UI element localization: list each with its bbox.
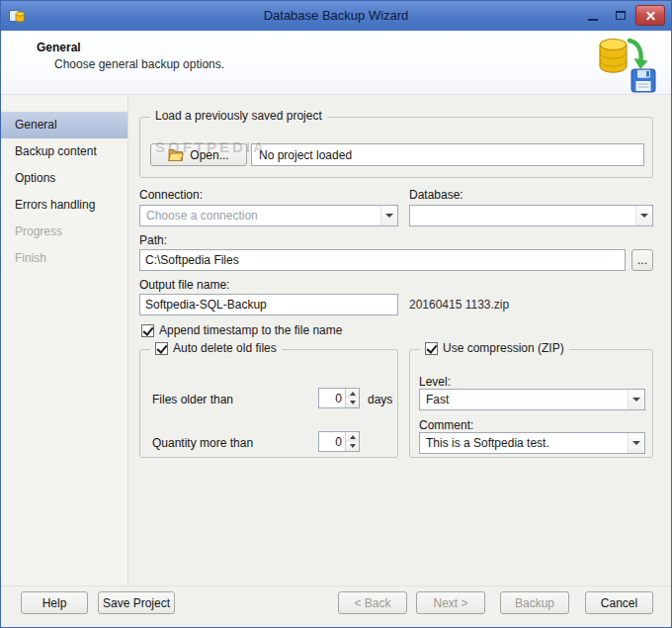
days-label: days xyxy=(368,393,392,406)
level-combobox[interactable]: Fast xyxy=(419,389,645,410)
next-button[interactable]: Next > xyxy=(416,591,485,614)
connection-value: Choose a connection xyxy=(140,206,380,225)
load-project-group: Load a previously saved project Open... … xyxy=(139,117,653,178)
level-dropdown-icon[interactable] xyxy=(628,390,644,409)
wizard-steps-sidebar: General Backup content Options Errors ha… xyxy=(1,95,128,585)
auto-delete-label: Auto delete old files xyxy=(173,341,277,355)
sidebar-item-progress: Progress xyxy=(1,219,127,245)
append-timestamp-checkbox[interactable]: Append timestamp to the file name xyxy=(141,323,342,337)
path-input[interactable] xyxy=(139,249,626,271)
load-project-group-title: Load a previously saved project xyxy=(150,109,327,123)
database-dropdown-icon[interactable] xyxy=(635,206,652,225)
comment-dropdown-icon[interactable] xyxy=(628,433,644,453)
footer-bar: Help Save Project < Back Next > Backup C… xyxy=(1,585,671,628)
files-older-spin-arrows xyxy=(345,389,359,407)
auto-delete-checkbox[interactable]: Auto delete old files xyxy=(150,341,282,355)
level-label: Level: xyxy=(419,375,451,389)
files-older-spin-down[interactable] xyxy=(346,399,359,408)
database-combobox[interactable] xyxy=(409,205,653,226)
back-button[interactable]: < Back xyxy=(338,591,407,614)
save-project-button[interactable]: Save Project xyxy=(98,591,175,614)
sidebar-item-backup-content[interactable]: Backup content xyxy=(1,138,127,165)
connection-label: Connection: xyxy=(139,188,203,202)
comment-combobox[interactable]: This is a Softpedia test. xyxy=(419,432,645,454)
quantity-more-label: Quantity more than xyxy=(152,436,253,450)
timestamp-preview: 20160415 1133.zip xyxy=(409,298,509,312)
database-value xyxy=(410,206,635,225)
window-title: Database Backup Wizard xyxy=(1,8,671,23)
files-older-spin-up[interactable] xyxy=(346,389,359,399)
comment-label: Comment: xyxy=(419,418,473,432)
quantity-more-spinner[interactable]: 0 xyxy=(318,431,360,452)
project-status-text: No project loaded xyxy=(259,148,352,162)
auto-delete-checkbox-box[interactable] xyxy=(155,342,168,355)
use-compression-checkbox-box[interactable] xyxy=(425,342,438,355)
path-label: Path: xyxy=(139,233,167,247)
append-timestamp-label: Append timestamp to the file name xyxy=(159,323,342,337)
output-filename-label: Output file name: xyxy=(139,278,229,292)
sidebar-item-options[interactable]: Options xyxy=(1,165,127,192)
titlebar: Database Backup Wizard xyxy=(1,1,671,31)
database-backup-icon xyxy=(594,34,657,93)
browse-path-button[interactable]: ... xyxy=(631,249,653,271)
close-button[interactable] xyxy=(635,5,665,26)
open-project-button[interactable]: Open... xyxy=(150,143,247,166)
use-compression-label: Use compression (ZIP) xyxy=(443,341,564,355)
files-older-value[interactable]: 0 xyxy=(319,389,345,407)
open-project-button-label: Open... xyxy=(190,148,228,162)
files-older-spinner[interactable]: 0 xyxy=(318,388,360,408)
page-subtitle: Choose general backup options. xyxy=(54,57,224,71)
browse-path-label: ... xyxy=(637,253,647,267)
connection-dropdown-icon[interactable] xyxy=(380,206,397,225)
minimize-icon xyxy=(588,19,598,21)
cancel-button[interactable]: Cancel xyxy=(585,591,653,614)
caption-buttons xyxy=(580,5,665,26)
sidebar-item-finish: Finish xyxy=(1,245,127,272)
maximize-button[interactable] xyxy=(608,5,632,26)
quantity-more-spin-down[interactable] xyxy=(346,442,359,452)
help-button[interactable]: Help xyxy=(21,591,88,614)
use-compression-checkbox[interactable]: Use compression (ZIP) xyxy=(420,341,569,355)
backup-button[interactable]: Backup xyxy=(500,591,569,614)
auto-delete-group: Auto delete old files Files older than 0… xyxy=(139,349,398,458)
maximize-icon xyxy=(616,11,626,20)
sidebar-item-general[interactable]: General xyxy=(1,112,127,138)
quantity-more-spin-up[interactable] xyxy=(346,432,359,442)
page-title: General xyxy=(37,41,81,54)
connection-combobox[interactable]: Choose a connection xyxy=(139,205,398,226)
compression-group: Use compression (ZIP) Level: Fast Commen… xyxy=(409,349,653,458)
window: Database Backup Wizard General Choose ge… xyxy=(0,0,672,628)
open-folder-icon xyxy=(168,148,184,161)
minimize-button[interactable] xyxy=(580,5,605,26)
output-filename-input[interactable] xyxy=(139,294,398,315)
quantity-more-value[interactable]: 0 xyxy=(319,432,345,451)
files-older-label: Files older than xyxy=(152,393,233,406)
append-timestamp-checkbox-box[interactable] xyxy=(141,324,154,337)
comment-value: This is a Softpedia test. xyxy=(420,433,628,453)
level-value: Fast xyxy=(420,390,628,409)
wizard-header: General Choose general backup options. xyxy=(1,31,671,95)
sidebar-item-errors-handling[interactable]: Errors handling xyxy=(1,192,127,219)
database-label: Database: xyxy=(409,188,463,202)
quantity-more-spin-arrows xyxy=(345,432,359,451)
project-status-field: No project loaded xyxy=(251,143,644,166)
